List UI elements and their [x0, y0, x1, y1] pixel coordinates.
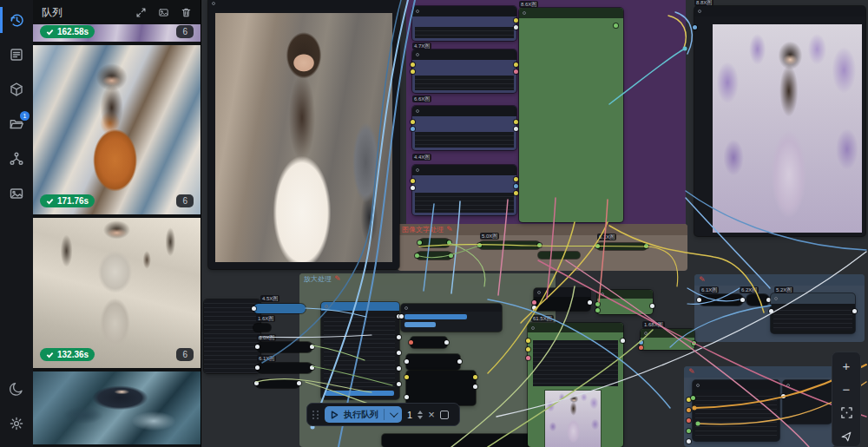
node-preview-wisteria[interactable]	[694, 6, 865, 236]
sidebar-item-queue-history[interactable]	[0, 5, 33, 35]
expand-icon[interactable]	[135, 7, 147, 18]
port[interactable]	[537, 243, 542, 247]
text-widget[interactable]	[415, 27, 514, 38]
step-down-icon[interactable]	[418, 416, 423, 419]
port[interactable]	[411, 69, 415, 74]
port[interactable]	[650, 304, 654, 308]
node-black-collapsed[interactable]	[534, 288, 590, 311]
port[interactable]	[769, 309, 773, 313]
port[interactable]	[473, 385, 477, 389]
port[interactable]	[644, 244, 648, 248]
port[interactable]	[397, 366, 401, 371]
port[interactable]	[692, 341, 696, 345]
port[interactable]	[514, 69, 518, 74]
step-up-icon[interactable]	[418, 411, 423, 414]
port[interactable]	[254, 381, 259, 385]
port[interactable]	[532, 300, 536, 305]
port[interactable]	[297, 381, 301, 385]
port[interactable]	[310, 365, 314, 370]
node-notes-green[interactable]	[519, 8, 623, 222]
node-preview-center[interactable]	[208, 0, 399, 269]
port[interactable]	[418, 240, 422, 245]
queue-item-2[interactable]: 171.76s 6	[33, 45, 201, 214]
node-titlebar[interactable]	[412, 6, 516, 16]
edit-pencil-icon[interactable]: ✎	[688, 368, 695, 376]
port[interactable]	[526, 356, 530, 360]
list-widget[interactable]	[324, 313, 395, 389]
port[interactable]	[781, 394, 786, 398]
pill-node[interactable]	[257, 342, 312, 352]
port[interactable]	[693, 25, 697, 30]
pill-node[interactable]	[746, 294, 769, 306]
node-titlebar[interactable]	[534, 288, 590, 297]
port[interactable]	[397, 382, 401, 386]
node-green-small[interactable]	[597, 290, 653, 314]
port[interactable]	[697, 298, 701, 302]
port[interactable]	[532, 306, 536, 310]
port[interactable]	[514, 18, 518, 23]
clear-queue-button[interactable]: ×	[428, 409, 435, 420]
port[interactable]	[687, 429, 691, 433]
node-small-a[interactable]	[411, 337, 447, 348]
port[interactable]	[404, 359, 409, 364]
port[interactable]	[514, 120, 518, 124]
node-save-text[interactable]	[771, 293, 855, 333]
sidebar-item-theme-toggle[interactable]	[0, 374, 33, 404]
edit-pencil-icon[interactable]: ✎	[446, 226, 453, 233]
port[interactable]	[595, 244, 600, 248]
text-widget[interactable]	[773, 306, 852, 331]
port[interactable]	[415, 253, 419, 258]
port[interactable]	[687, 418, 691, 423]
queue-item-1[interactable]: 162.58s 6	[33, 24, 201, 42]
port[interactable]	[639, 345, 643, 350]
node-green-medium[interactable]	[641, 329, 694, 350]
port[interactable]	[404, 375, 409, 379]
port[interactable]	[411, 127, 415, 131]
port[interactable]	[526, 339, 530, 343]
sidebar-item-node-library[interactable]	[0, 40, 33, 69]
node-clip-4[interactable]	[412, 165, 516, 215]
sidebar-item-node-map[interactable]	[0, 144, 33, 174]
node-batch-list[interactable]	[321, 302, 399, 399]
node-small-c[interactable]	[406, 371, 476, 405]
pill-node[interactable]	[597, 243, 647, 250]
port[interactable]	[477, 243, 482, 247]
clear-queue-trash-icon[interactable]	[181, 7, 192, 18]
port[interactable]	[588, 300, 592, 305]
pill-node[interactable]	[479, 241, 540, 249]
port[interactable]	[687, 408, 691, 412]
port[interactable]	[614, 23, 618, 28]
pill-node-selected[interactable]	[253, 304, 306, 313]
node-titlebar[interactable]	[412, 49, 516, 60]
node-save-b2[interactable]	[783, 380, 832, 424]
node-canvas[interactable]: 图像文字处理 ✎ 放大处理 ✎ ✎ ✎	[201, 0, 868, 447]
pointer-mode-button[interactable]	[836, 426, 857, 446]
queue-item-3[interactable]: 132.36s 6	[33, 218, 201, 368]
port[interactable]	[514, 127, 518, 131]
port[interactable]	[411, 179, 415, 183]
node-titlebar[interactable]	[783, 380, 832, 390]
fit-view-button[interactable]	[836, 403, 857, 423]
port[interactable]	[399, 314, 404, 319]
text-widget[interactable]	[415, 76, 514, 90]
port[interactable]	[514, 184, 518, 188]
port[interactable]	[411, 120, 415, 124]
batch-count-stepper[interactable]	[418, 411, 423, 419]
node-save-b1[interactable]	[693, 380, 779, 441]
queue-item-4[interactable]	[33, 371, 201, 444]
node-clip-1[interactable]	[412, 6, 516, 41]
port[interactable]	[255, 365, 260, 370]
port[interactable]	[444, 340, 449, 345]
sidebar-item-gallery[interactable]	[0, 179, 33, 208]
port[interactable]	[514, 25, 518, 30]
zoom-out-button[interactable]: −	[836, 379, 857, 399]
node-left-list[interactable]	[204, 299, 260, 373]
edit-pencil-icon[interactable]: ✎	[699, 276, 706, 284]
node-bottom-strip[interactable]	[382, 434, 531, 447]
port[interactable]	[411, 186, 415, 190]
chevron-down-icon[interactable]	[390, 409, 398, 417]
node-titlebar[interactable]	[641, 329, 694, 338]
port[interactable]	[310, 345, 314, 349]
node-titlebar[interactable]	[771, 293, 855, 304]
node-titlebar[interactable]	[412, 106, 516, 116]
